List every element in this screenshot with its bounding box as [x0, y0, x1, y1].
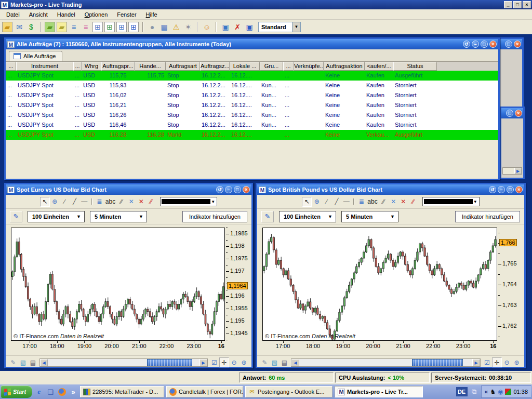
line-color-combo[interactable]: ▼: [422, 197, 480, 206]
delete-all-drawings-tool-icon[interactable]: ∕∕: [146, 197, 156, 207]
crosshair-tool-icon[interactable]: ✕: [126, 197, 136, 207]
order-row[interactable]: ...USDJPY Spot...USD116,02Stop16.12.2...…: [6, 90, 498, 100]
scroll-thumb[interactable]: [147, 359, 192, 366]
mail-icon[interactable]: ✉: [14, 22, 24, 32]
table-view-icon[interactable]: ⊞: [92, 22, 103, 32]
units-combo[interactable]: 100 Einheiten ▼: [28, 211, 85, 222]
hline-tool-icon[interactable]: —: [79, 197, 89, 207]
column-header[interactable]: Auftragsart: [166, 62, 200, 71]
chart-scrollbar[interactable]: ◀ ▶: [291, 358, 481, 367]
close-icon[interactable]: ×: [515, 186, 523, 193]
list-pink-icon[interactable]: ≡: [81, 22, 91, 32]
column-header[interactable]: Status: [393, 62, 437, 71]
trendline-tool-icon[interactable]: ╱: [70, 197, 79, 207]
menu-item-ansicht[interactable]: Ansicht: [25, 10, 52, 19]
start-button[interactable]: Start: [1, 385, 32, 398]
table-view-green-icon[interactable]: ⊞: [104, 22, 115, 32]
close-icon[interactable]: ×: [243, 186, 250, 193]
tray-market-icon[interactable]: [505, 389, 511, 395]
table-dollar-icon[interactable]: ⊞: [128, 22, 139, 32]
chart-scrollbar[interactable]: ◀ ▶: [39, 358, 208, 367]
table-view-small-icon[interactable]: ⊞: [116, 22, 127, 32]
scroll-right-icon[interactable]: ▶: [200, 359, 207, 366]
taskbar-task-marketspro[interactable]: MMarkets-pro - Live Tr...: [335, 386, 423, 397]
user-icon[interactable]: ☺: [202, 22, 212, 32]
scroll-right-icon[interactable]: ▶: [472, 359, 480, 366]
cursor-tool-icon[interactable]: ↖: [302, 197, 312, 207]
interval-combo[interactable]: 5 Minuten ▼: [341, 211, 398, 222]
close-button[interactable]: ×: [523, 1, 531, 8]
column-header[interactable]: Hande...: [135, 62, 166, 71]
zoom-out-icon[interactable]: ⊖: [229, 357, 239, 367]
quick-launch-desktop-icon[interactable]: ❏: [46, 387, 55, 396]
line-color-combo[interactable]: ▼: [160, 197, 217, 206]
order-row[interactable]: ...USDJPY Spot...USD115,93Stop16.12.2...…: [6, 81, 498, 90]
zoom-in-icon[interactable]: ⊕: [512, 357, 522, 367]
profile-combo[interactable]: Standard▼: [258, 22, 301, 32]
zoom-tool-icon[interactable]: ⊕: [50, 197, 60, 207]
hline-tool-icon[interactable]: —: [341, 197, 351, 207]
column-header[interactable]: Verknüpfe...: [294, 62, 324, 71]
candlestick-chart[interactable]: [11, 228, 224, 340]
taskbar-task-firefox[interactable]: Candletalk | Forex | FOR...: [166, 386, 243, 397]
brush-icon[interactable]: ✎: [260, 357, 270, 367]
add-indicator-button[interactable]: Indikator hinzufügen: [182, 211, 247, 222]
maximize-button[interactable]: □: [507, 186, 514, 193]
segment-tool-icon[interactable]: ∕: [322, 197, 331, 207]
taskbar-clock[interactable]: 01:38: [513, 389, 528, 395]
new-page-icon[interactable]: ▰: [45, 22, 55, 32]
quick-launch-firefox-icon[interactable]: [57, 387, 66, 396]
scroll-left-icon[interactable]: ◀: [291, 359, 299, 366]
background-window-2[interactable]: □ × ▶: [500, 107, 525, 179]
minimize-button[interactable]: –: [225, 186, 232, 193]
column-header[interactable]: Instrument: [16, 62, 73, 71]
brush-icon[interactable]: ✎: [8, 357, 18, 367]
menu-item-optionen[interactable]: Optionen: [81, 10, 112, 19]
warning-icon[interactable]: ⚠: [171, 22, 181, 32]
print-icon[interactable]: ▤: [280, 357, 289, 367]
close-icon[interactable]: ×: [514, 41, 521, 48]
snapshot-icon[interactable]: ☑: [209, 357, 219, 367]
close-icon[interactable]: ×: [515, 110, 522, 117]
maximize-button[interactable]: □: [481, 41, 488, 48]
column-header[interactable]: Whrg: [82, 62, 101, 71]
trendline-tool-icon[interactable]: ╱: [331, 197, 341, 207]
minimize-button[interactable]: _: [504, 1, 512, 8]
scroll-left-icon[interactable]: ◀: [40, 359, 48, 366]
note-icon[interactable]: ▰: [57, 22, 67, 32]
chart-properties-button[interactable]: ✎: [10, 211, 22, 222]
pan-icon[interactable]: ✛: [492, 357, 502, 367]
tray-network-icon[interactable]: ◉: [498, 389, 503, 395]
dollar-icon[interactable]: $: [26, 22, 36, 32]
add-indicator-button[interactable]: Indikator hinzufügen: [455, 211, 520, 222]
workspace-close-icon[interactable]: ✗: [232, 22, 243, 32]
tray-collapse-icon[interactable]: «: [485, 389, 488, 395]
pan-icon[interactable]: ✛: [219, 357, 229, 367]
maximize-button[interactable]: □: [505, 41, 512, 48]
column-header[interactable]: Auftragspr...: [101, 62, 135, 71]
column-header[interactable]: <aufen/...: [365, 62, 393, 71]
interval-combo[interactable]: 5 Minuten ▼: [90, 211, 147, 222]
order-row[interactable]: ...USDJPY Spot...USD116,26Stop16.12.2...…: [6, 110, 498, 120]
candlestick-chart[interactable]: [263, 228, 497, 340]
zoom-out-icon[interactable]: ⊖: [502, 357, 512, 367]
column-header[interactable]: ...: [6, 62, 16, 71]
workspace-save-icon[interactable]: ▣: [244, 22, 255, 32]
delete-drawing-tool-icon[interactable]: ✕: [136, 197, 146, 207]
column-header[interactable]: Lokale ...: [230, 62, 260, 71]
text-tool-icon[interactable]: abc: [366, 197, 378, 207]
window-switch-icon[interactable]: ⧉: [470, 387, 479, 396]
delete-drawing-tool-icon[interactable]: ✕: [398, 197, 408, 207]
scrollbar[interactable]: ▶: [502, 167, 522, 175]
crosshair-tool-icon[interactable]: ✕: [389, 197, 398, 207]
chart-style-icon[interactable]: ▧: [270, 357, 280, 367]
open-folder-icon[interactable]: ▰: [2, 22, 12, 32]
globe-icon[interactable]: ●: [147, 22, 157, 32]
tools-icon[interactable]: ✶: [183, 22, 193, 32]
column-header[interactable]: Auftragsz...: [200, 62, 230, 71]
tab-alle-auftraege[interactable]: Alle Aufträge: [9, 51, 62, 61]
tray-dog-icon[interactable]: ♞: [490, 389, 496, 395]
menu-item-datei[interactable]: Datei: [2, 10, 24, 19]
menu-item-hilfe[interactable]: Hilfe: [142, 10, 162, 19]
maximize-button[interactable]: □: [234, 186, 241, 193]
